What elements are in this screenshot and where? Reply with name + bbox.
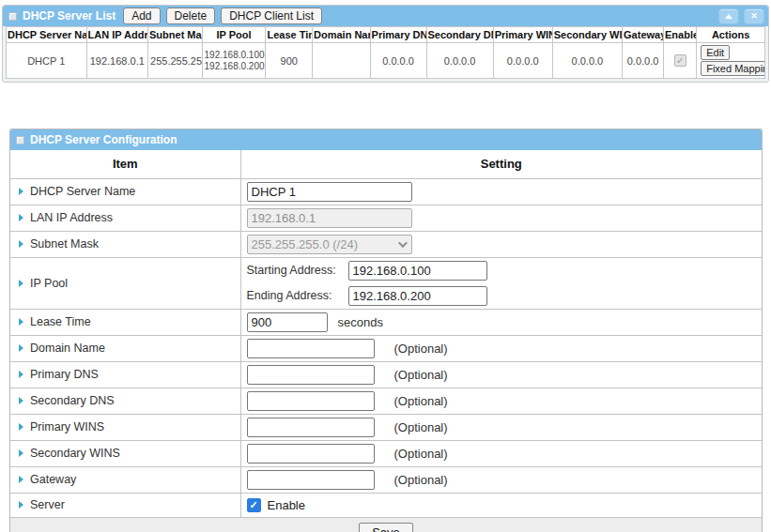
col-header-primary-dns: Primary DNS — [370, 27, 426, 43]
row-primary-wins: Primary WINS (Optional) — [10, 414, 762, 440]
cell-enable: ✓ — [664, 43, 697, 79]
server-enable-checkbox[interactable]: ✓ — [247, 498, 261, 512]
dhcp-server-configuration-panel: DHCP Server Configuration Item Setting D… — [9, 129, 763, 532]
save-button[interactable]: Save — [359, 523, 413, 532]
secondary-wins-input[interactable] — [247, 444, 375, 464]
starting-address-label: Starting Address: — [247, 264, 348, 277]
col-header-gateway: Gateway — [623, 27, 664, 43]
secondary-dns-label: Secondary DNS — [30, 394, 115, 407]
secondary-dns-input[interactable] — [247, 391, 375, 411]
bullet-icon — [19, 371, 23, 378]
col-header-lease-time: Lease Time — [266, 27, 313, 43]
fixed-mapping-button[interactable]: Fixed Mapping — [701, 61, 764, 76]
subnet-mask-select: 255.255.255.0 (/24) — [247, 235, 412, 254]
bullet-icon — [19, 397, 23, 404]
cell-lan-ip: 192.168.0.1 — [86, 43, 148, 79]
subnet-mask-label: Subnet Mask — [30, 237, 99, 251]
col-header-lan-ip-address: LAN IP Address — [86, 27, 148, 43]
primary-dns-label: Primary DNS — [30, 368, 99, 381]
gateway-optional: (Optional) — [394, 473, 448, 487]
dhcp-server-list-table: DHCP Server Name LAN IP Address Subnet M… — [6, 26, 765, 79]
primary-dns-input[interactable] — [247, 365, 375, 385]
bullet-icon — [19, 449, 23, 457]
row-ip-pool: IP Pool Starting Address: Ending Address… — [10, 257, 762, 309]
bullet-icon — [19, 476, 23, 483]
table-row: DHCP 1 192.168.0.1 255.255.255.0 192.168… — [7, 43, 765, 79]
bullet-icon — [19, 501, 23, 509]
cell-ip-pool: 192.168.0.100- 192.168.0.200 — [202, 43, 266, 79]
check-icon: ✓ — [676, 55, 684, 66]
col-header-secondary-wins: Secondary WINS — [552, 27, 622, 43]
lan-ip-address-input — [247, 208, 412, 228]
row-lan-ip-address: LAN IP Address — [10, 205, 762, 231]
add-button[interactable]: Add — [123, 8, 160, 24]
col-header-subnet-mask: Subnet Mask — [148, 27, 203, 43]
cell-secondary-dns: 0.0.0.0 — [426, 43, 493, 79]
gateway-input[interactable] — [247, 470, 375, 490]
delete-button[interactable]: Delete — [166, 8, 216, 24]
dhcp-server-name-label: DHCP Server Name — [30, 185, 135, 198]
starting-address-input[interactable] — [348, 261, 487, 281]
col-header-dhcp-server-name: DHCP Server Name — [7, 27, 87, 43]
ip-pool-start: 192.168.0.100- — [205, 50, 264, 61]
domain-name-optional: (Optional) — [394, 342, 448, 356]
panel-square-icon — [8, 12, 17, 21]
dhcp-server-name-input[interactable] — [247, 182, 412, 202]
bullet-icon — [19, 240, 23, 248]
cell-server-name: DHCP 1 — [7, 43, 87, 79]
bullet-icon — [19, 318, 23, 326]
bullet-icon — [19, 280, 23, 287]
bullet-icon — [19, 214, 23, 221]
cell-subnet-mask: 255.255.255.0 — [148, 43, 203, 79]
row-lease-time: Lease Time seconds — [10, 309, 762, 335]
primary-wins-input[interactable] — [247, 418, 375, 437]
close-icon: ✕ — [750, 11, 758, 21]
bullet-icon — [19, 344, 23, 352]
primary-dns-optional: (Optional) — [394, 368, 448, 382]
row-secondary-dns: Secondary DNS (Optional) — [10, 388, 762, 414]
dhcp-server-configuration-title: DHCP Server Configuration — [30, 133, 177, 146]
row-subnet-mask: Subnet Mask 255.255.255.0 (/24) — [10, 231, 762, 257]
row-domain-name: Domain Name (Optional) — [10, 335, 762, 361]
lease-time-input[interactable] — [247, 312, 328, 332]
secondary-dns-optional: (Optional) — [394, 394, 448, 408]
domain-name-input[interactable] — [247, 339, 375, 358]
primary-wins-label: Primary WINS — [30, 420, 104, 433]
secondary-wins-label: Secondary WINS — [30, 447, 120, 460]
row-server: Server ✓ Enable — [10, 493, 762, 517]
chevron-down-icon — [397, 238, 407, 248]
col-header-domain-name: Domain Name — [313, 27, 371, 43]
dhcp-client-list-button[interactable]: DHCP Client List — [221, 8, 322, 24]
primary-wins-optional: (Optional) — [394, 420, 448, 434]
config-header-row: Item Setting — [10, 150, 762, 178]
edit-button[interactable]: Edit — [701, 45, 730, 60]
list-header-row: DHCP Server Name LAN IP Address Subnet M… — [7, 27, 765, 43]
gateway-label: Gateway — [30, 473, 76, 486]
enable-checkbox-disabled: ✓ — [674, 54, 686, 67]
subnet-mask-selected-value: 255.255.255.0 (/24) — [252, 237, 358, 251]
lease-time-label: Lease Time — [30, 315, 91, 328]
cell-primary-dns: 0.0.0.0 — [370, 43, 426, 79]
setting-column-header: Setting — [240, 150, 762, 178]
row-dhcp-server-name: DHCP Server Name — [10, 178, 762, 205]
col-header-actions: Actions — [697, 27, 765, 43]
dhcp-server-configuration-titlebar: DHCP Server Configuration — [10, 129, 762, 150]
secondary-wins-optional: (Optional) — [394, 447, 448, 461]
ending-address-input[interactable] — [348, 286, 487, 306]
lease-time-unit: seconds — [338, 315, 383, 329]
col-header-enable: Enable — [664, 27, 697, 43]
lan-ip-address-label: LAN IP Address — [30, 211, 113, 224]
bullet-icon — [19, 188, 23, 195]
item-column-header: Item — [10, 150, 240, 178]
dhcp-server-list-panel: DHCP Server List Add Delete DHCP Client … — [2, 5, 769, 83]
close-button[interactable]: ✕ — [744, 8, 764, 24]
col-header-ip-pool: IP Pool — [202, 27, 266, 43]
col-header-primary-wins: Primary WINS — [493, 27, 552, 43]
bullet-icon — [19, 423, 23, 431]
ip-pool-end: 192.168.0.200 — [205, 61, 264, 72]
collapse-button[interactable] — [718, 8, 739, 24]
server-label: Server — [30, 498, 65, 511]
row-secondary-wins: Secondary WINS (Optional) — [10, 440, 762, 466]
dhcp-server-list-title: DHCP Server List — [23, 9, 116, 23]
cell-secondary-wins: 0.0.0.0 — [552, 43, 622, 79]
